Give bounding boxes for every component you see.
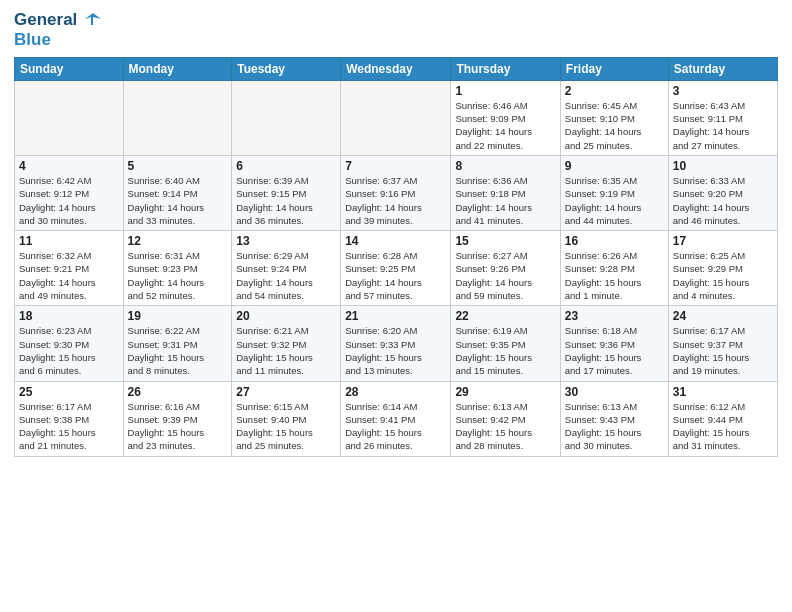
calendar-cell: 15Sunrise: 6:27 AM Sunset: 9:26 PM Dayli… xyxy=(451,231,560,306)
day-number: 30 xyxy=(565,385,664,399)
day-number: 16 xyxy=(565,234,664,248)
day-info: Sunrise: 6:27 AM Sunset: 9:26 PM Dayligh… xyxy=(455,249,555,302)
calendar-cell xyxy=(341,80,451,155)
calendar-cell: 6Sunrise: 6:39 AM Sunset: 9:15 PM Daylig… xyxy=(232,155,341,230)
day-number: 18 xyxy=(19,309,119,323)
calendar-cell: 4Sunrise: 6:42 AM Sunset: 9:12 PM Daylig… xyxy=(15,155,124,230)
logo-bird-icon xyxy=(79,11,101,29)
day-number: 25 xyxy=(19,385,119,399)
day-info: Sunrise: 6:20 AM Sunset: 9:33 PM Dayligh… xyxy=(345,324,446,377)
calendar-cell: 22Sunrise: 6:19 AM Sunset: 9:35 PM Dayli… xyxy=(451,306,560,381)
calendar-cell xyxy=(232,80,341,155)
logo-text: General Blue xyxy=(14,10,101,51)
page: General Blue SundayMondayTuesdayWednesda… xyxy=(0,0,792,612)
day-number: 9 xyxy=(565,159,664,173)
day-info: Sunrise: 6:33 AM Sunset: 9:20 PM Dayligh… xyxy=(673,174,773,227)
calendar-cell: 13Sunrise: 6:29 AM Sunset: 9:24 PM Dayli… xyxy=(232,231,341,306)
day-number: 2 xyxy=(565,84,664,98)
day-number: 1 xyxy=(455,84,555,98)
day-number: 15 xyxy=(455,234,555,248)
weekday-header-monday: Monday xyxy=(123,57,232,80)
calendar-cell: 28Sunrise: 6:14 AM Sunset: 9:41 PM Dayli… xyxy=(341,381,451,456)
day-info: Sunrise: 6:23 AM Sunset: 9:30 PM Dayligh… xyxy=(19,324,119,377)
day-number: 11 xyxy=(19,234,119,248)
day-info: Sunrise: 6:43 AM Sunset: 9:11 PM Dayligh… xyxy=(673,99,773,152)
svg-marker-0 xyxy=(85,13,101,25)
weekday-header-row: SundayMondayTuesdayWednesdayThursdayFrid… xyxy=(15,57,778,80)
calendar-cell: 11Sunrise: 6:32 AM Sunset: 9:21 PM Dayli… xyxy=(15,231,124,306)
day-number: 31 xyxy=(673,385,773,399)
calendar-cell: 10Sunrise: 6:33 AM Sunset: 9:20 PM Dayli… xyxy=(668,155,777,230)
day-number: 6 xyxy=(236,159,336,173)
calendar-cell: 18Sunrise: 6:23 AM Sunset: 9:30 PM Dayli… xyxy=(15,306,124,381)
header: General Blue xyxy=(14,10,778,51)
day-info: Sunrise: 6:31 AM Sunset: 9:23 PM Dayligh… xyxy=(128,249,228,302)
day-number: 13 xyxy=(236,234,336,248)
day-info: Sunrise: 6:22 AM Sunset: 9:31 PM Dayligh… xyxy=(128,324,228,377)
calendar-cell: 21Sunrise: 6:20 AM Sunset: 9:33 PM Dayli… xyxy=(341,306,451,381)
calendar-cell: 3Sunrise: 6:43 AM Sunset: 9:11 PM Daylig… xyxy=(668,80,777,155)
calendar-cell: 30Sunrise: 6:13 AM Sunset: 9:43 PM Dayli… xyxy=(560,381,668,456)
calendar-week-1: 1Sunrise: 6:46 AM Sunset: 9:09 PM Daylig… xyxy=(15,80,778,155)
day-info: Sunrise: 6:28 AM Sunset: 9:25 PM Dayligh… xyxy=(345,249,446,302)
calendar-cell: 9Sunrise: 6:35 AM Sunset: 9:19 PM Daylig… xyxy=(560,155,668,230)
calendar-table: SundayMondayTuesdayWednesdayThursdayFrid… xyxy=(14,57,778,457)
day-number: 27 xyxy=(236,385,336,399)
day-info: Sunrise: 6:39 AM Sunset: 9:15 PM Dayligh… xyxy=(236,174,336,227)
calendar-cell: 27Sunrise: 6:15 AM Sunset: 9:40 PM Dayli… xyxy=(232,381,341,456)
calendar-cell: 31Sunrise: 6:12 AM Sunset: 9:44 PM Dayli… xyxy=(668,381,777,456)
day-info: Sunrise: 6:32 AM Sunset: 9:21 PM Dayligh… xyxy=(19,249,119,302)
day-info: Sunrise: 6:18 AM Sunset: 9:36 PM Dayligh… xyxy=(565,324,664,377)
calendar-cell: 19Sunrise: 6:22 AM Sunset: 9:31 PM Dayli… xyxy=(123,306,232,381)
day-number: 23 xyxy=(565,309,664,323)
day-number: 24 xyxy=(673,309,773,323)
day-info: Sunrise: 6:16 AM Sunset: 9:39 PM Dayligh… xyxy=(128,400,228,453)
logo-blue: Blue xyxy=(14,30,101,50)
weekday-header-thursday: Thursday xyxy=(451,57,560,80)
calendar-cell: 17Sunrise: 6:25 AM Sunset: 9:29 PM Dayli… xyxy=(668,231,777,306)
day-number: 3 xyxy=(673,84,773,98)
logo-general: General xyxy=(14,10,77,30)
day-info: Sunrise: 6:45 AM Sunset: 9:10 PM Dayligh… xyxy=(565,99,664,152)
calendar-cell: 29Sunrise: 6:13 AM Sunset: 9:42 PM Dayli… xyxy=(451,381,560,456)
day-info: Sunrise: 6:25 AM Sunset: 9:29 PM Dayligh… xyxy=(673,249,773,302)
calendar-cell: 5Sunrise: 6:40 AM Sunset: 9:14 PM Daylig… xyxy=(123,155,232,230)
calendar-cell: 24Sunrise: 6:17 AM Sunset: 9:37 PM Dayli… xyxy=(668,306,777,381)
calendar-cell: 7Sunrise: 6:37 AM Sunset: 9:16 PM Daylig… xyxy=(341,155,451,230)
day-info: Sunrise: 6:12 AM Sunset: 9:44 PM Dayligh… xyxy=(673,400,773,453)
calendar-cell xyxy=(15,80,124,155)
day-number: 12 xyxy=(128,234,228,248)
day-info: Sunrise: 6:15 AM Sunset: 9:40 PM Dayligh… xyxy=(236,400,336,453)
day-number: 20 xyxy=(236,309,336,323)
calendar-week-5: 25Sunrise: 6:17 AM Sunset: 9:38 PM Dayli… xyxy=(15,381,778,456)
day-number: 14 xyxy=(345,234,446,248)
day-info: Sunrise: 6:17 AM Sunset: 9:37 PM Dayligh… xyxy=(673,324,773,377)
day-number: 8 xyxy=(455,159,555,173)
weekday-header-wednesday: Wednesday xyxy=(341,57,451,80)
calendar-cell: 2Sunrise: 6:45 AM Sunset: 9:10 PM Daylig… xyxy=(560,80,668,155)
calendar-cell: 20Sunrise: 6:21 AM Sunset: 9:32 PM Dayli… xyxy=(232,306,341,381)
day-number: 22 xyxy=(455,309,555,323)
day-number: 28 xyxy=(345,385,446,399)
calendar-cell: 12Sunrise: 6:31 AM Sunset: 9:23 PM Dayli… xyxy=(123,231,232,306)
day-info: Sunrise: 6:40 AM Sunset: 9:14 PM Dayligh… xyxy=(128,174,228,227)
day-number: 29 xyxy=(455,385,555,399)
day-info: Sunrise: 6:13 AM Sunset: 9:43 PM Dayligh… xyxy=(565,400,664,453)
calendar-cell xyxy=(123,80,232,155)
day-info: Sunrise: 6:42 AM Sunset: 9:12 PM Dayligh… xyxy=(19,174,119,227)
calendar-cell: 16Sunrise: 6:26 AM Sunset: 9:28 PM Dayli… xyxy=(560,231,668,306)
day-info: Sunrise: 6:13 AM Sunset: 9:42 PM Dayligh… xyxy=(455,400,555,453)
calendar-cell: 1Sunrise: 6:46 AM Sunset: 9:09 PM Daylig… xyxy=(451,80,560,155)
day-info: Sunrise: 6:37 AM Sunset: 9:16 PM Dayligh… xyxy=(345,174,446,227)
logo: General Blue xyxy=(14,10,101,51)
day-number: 4 xyxy=(19,159,119,173)
weekday-header-sunday: Sunday xyxy=(15,57,124,80)
day-number: 10 xyxy=(673,159,773,173)
calendar-cell: 14Sunrise: 6:28 AM Sunset: 9:25 PM Dayli… xyxy=(341,231,451,306)
day-info: Sunrise: 6:21 AM Sunset: 9:32 PM Dayligh… xyxy=(236,324,336,377)
day-info: Sunrise: 6:26 AM Sunset: 9:28 PM Dayligh… xyxy=(565,249,664,302)
calendar-cell: 25Sunrise: 6:17 AM Sunset: 9:38 PM Dayli… xyxy=(15,381,124,456)
day-info: Sunrise: 6:29 AM Sunset: 9:24 PM Dayligh… xyxy=(236,249,336,302)
day-number: 19 xyxy=(128,309,228,323)
calendar-cell: 26Sunrise: 6:16 AM Sunset: 9:39 PM Dayli… xyxy=(123,381,232,456)
